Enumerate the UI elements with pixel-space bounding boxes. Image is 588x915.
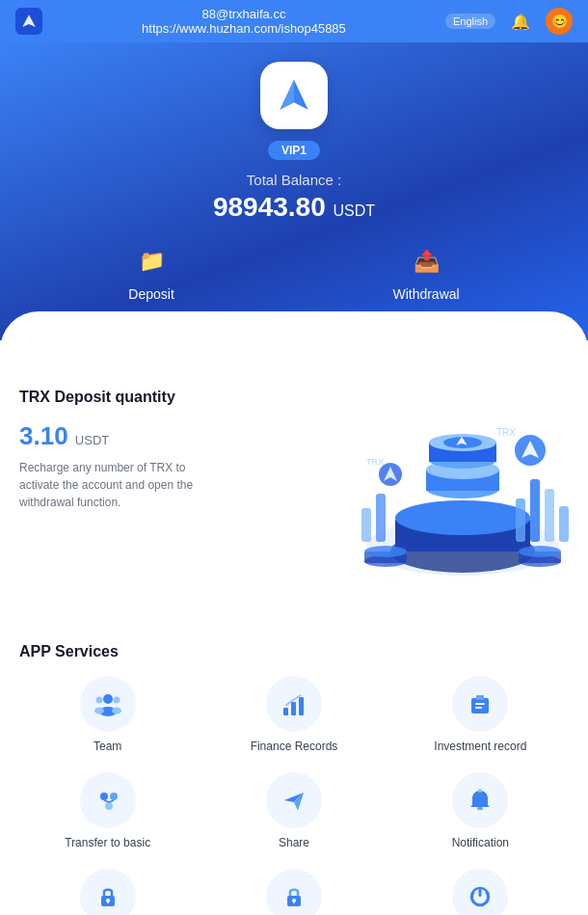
top-bar: 88@trxhaifa.cc https://www.huzhan.com/is… xyxy=(0,0,588,42)
svg-text:TRX: TRX xyxy=(366,457,384,467)
svg-point-55 xyxy=(478,789,482,793)
svg-rect-58 xyxy=(107,901,109,903)
svg-rect-54 xyxy=(477,807,483,810)
transfer-icon xyxy=(80,772,136,828)
services-section-title: APP Services xyxy=(19,643,569,660)
main-content: TRX Deposit quantity 3.10 USDT Recharge … xyxy=(0,340,588,915)
trx-deposit-section: 3.10 USDT Recharge any number of TRX to … xyxy=(19,421,569,614)
svg-rect-16 xyxy=(530,479,540,542)
url-bar: 88@trxhaifa.cc https://www.huzhan.com/is… xyxy=(42,7,445,36)
avatar-icon[interactable]: 😊 xyxy=(546,8,573,35)
lang-button[interactable]: English xyxy=(445,13,495,29)
trx-description: Recharge any number of TRX to activate t… xyxy=(19,459,212,511)
svg-point-32 xyxy=(519,546,561,557)
svg-text:TRX: TRX xyxy=(496,427,516,438)
svg-rect-40 xyxy=(291,702,296,715)
service-team-label: Team xyxy=(94,740,121,753)
hero-section: VIP1 Total Balance : 98943.80 USDT 📁 Dep… xyxy=(0,42,588,340)
login-pwd-icon xyxy=(80,869,136,915)
balance-display: 98943.80 USDT xyxy=(19,192,569,223)
balance-label: Total Balance : xyxy=(19,172,569,188)
svg-point-36 xyxy=(113,697,120,704)
svg-rect-15 xyxy=(516,498,525,542)
service-notification[interactable]: Notification xyxy=(392,772,569,849)
svg-rect-39 xyxy=(283,708,288,715)
vip-badge: VIP1 xyxy=(268,141,320,160)
svg-rect-42 xyxy=(471,698,489,713)
balance-value: 98943.80 USDT xyxy=(213,192,375,222)
svg-line-50 xyxy=(109,800,114,802)
svg-rect-20 xyxy=(376,494,386,542)
svg-rect-41 xyxy=(299,697,304,715)
finance-icon xyxy=(266,676,322,732)
share-icon xyxy=(266,772,322,828)
svg-rect-63 xyxy=(479,889,482,897)
logo-circle xyxy=(260,62,328,129)
svg-point-29 xyxy=(364,546,407,557)
svg-point-6 xyxy=(395,500,530,535)
service-security-pwd[interactable]: Modify security password xyxy=(205,869,382,915)
action-row: 📁 Deposit 📤 Withdrawal xyxy=(19,242,569,302)
team-icon xyxy=(80,676,136,732)
svg-rect-18 xyxy=(559,506,569,542)
service-finance[interactable]: Finance Records xyxy=(205,676,382,753)
svg-point-33 xyxy=(103,694,113,704)
services-grid: Team Finance Records xyxy=(19,676,569,915)
service-team[interactable]: Team xyxy=(19,676,196,753)
svg-point-48 xyxy=(105,802,113,810)
svg-rect-44 xyxy=(475,703,485,705)
service-share-label: Share xyxy=(279,836,309,849)
service-finance-label: Finance Records xyxy=(251,740,338,753)
svg-rect-43 xyxy=(476,695,484,700)
svg-rect-19 xyxy=(361,508,371,542)
crypto-illustration: TRX TRX xyxy=(347,402,578,595)
app-logo xyxy=(15,8,42,35)
svg-rect-61 xyxy=(293,901,295,903)
deposit-button[interactable]: 📁 Deposit xyxy=(128,242,174,302)
svg-point-46 xyxy=(100,793,108,800)
service-transfer[interactable]: Transfer to basic xyxy=(19,772,196,849)
service-investment-label: Investment record xyxy=(434,740,526,753)
svg-rect-45 xyxy=(475,707,482,709)
svg-point-37 xyxy=(94,708,104,714)
security-pwd-icon xyxy=(266,869,322,915)
service-notification-label: Notification xyxy=(452,836,509,849)
svg-marker-0 xyxy=(22,14,36,27)
svg-point-38 xyxy=(112,708,121,714)
service-investment[interactable]: Investment record xyxy=(392,676,569,753)
investment-icon xyxy=(452,676,508,732)
svg-rect-17 xyxy=(545,489,554,542)
logout-icon xyxy=(452,869,508,915)
withdrawal-button[interactable]: 📤 Withdrawal xyxy=(392,242,459,302)
service-login-pwd[interactable]: Modify login password xyxy=(19,869,196,915)
service-logout[interactable]: Logout xyxy=(392,869,569,915)
notification-icon xyxy=(452,772,508,828)
deposit-icon: 📁 xyxy=(132,242,171,281)
svg-line-49 xyxy=(104,800,109,802)
svg-marker-2 xyxy=(280,80,294,110)
svg-point-47 xyxy=(110,793,118,800)
service-transfer-label: Transfer to basic xyxy=(65,836,150,849)
svg-point-35 xyxy=(95,697,102,704)
bell-icon[interactable]: 🔔 xyxy=(507,8,534,35)
service-share[interactable]: Share xyxy=(205,772,382,849)
top-bar-icons: English 🔔 😊 xyxy=(445,8,573,35)
withdrawal-icon: 📤 xyxy=(407,242,445,281)
